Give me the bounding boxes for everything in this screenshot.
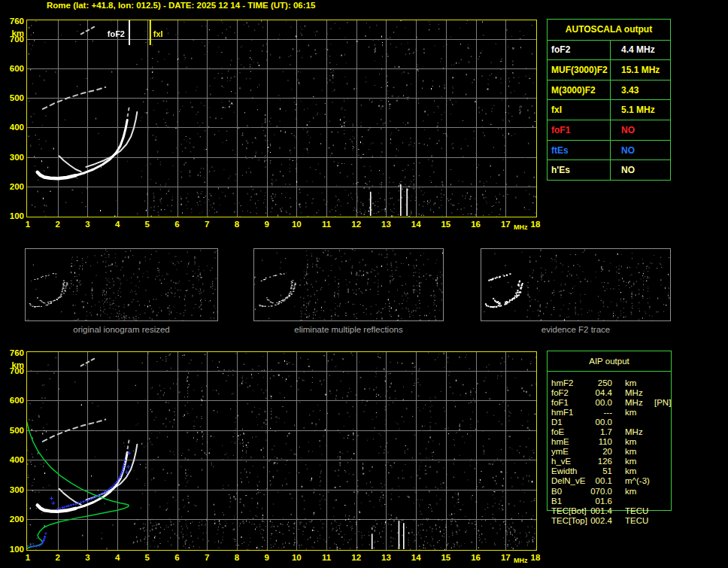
aip-value: 00.1 — [589, 476, 612, 486]
autoscala-value: 5.1 MHz — [611, 100, 670, 120]
autoscala-param: fxI — [548, 100, 611, 120]
x-axis-tick: 12 — [351, 220, 361, 229]
aip-param: hmF1 — [547, 408, 589, 418]
x-axis-tick: 11 — [322, 220, 331, 229]
x-axis-unit-label: MHz — [514, 557, 528, 564]
thumbnail-evidence-canvas — [481, 249, 670, 320]
aip-value: 00.0 — [589, 418, 612, 427]
fxi-marker-label: fxI — [153, 29, 163, 38]
aip-row: D100.0 — [547, 418, 678, 427]
aip-row: foF100.0MHz[PN] — [547, 398, 678, 408]
aip-unit: MHz — [625, 388, 653, 398]
autoscala-value: 15.1 MHz — [611, 60, 670, 80]
y-axis-tick: 200 — [1, 515, 24, 524]
x-axis-tick: 15 — [441, 553, 450, 562]
aip-row: hmF2250km — [547, 378, 678, 388]
aip-value: --- — [589, 408, 612, 418]
x-axis-tick: 8 — [235, 553, 239, 562]
aip-table-rows: hmF2250kmfoF204.4MHzfoF100.0MHz[PN]hmF1-… — [547, 378, 678, 526]
aip-row: TEC[Bot]001.4TECU — [547, 506, 678, 516]
thumbnail-eliminate-canvas — [254, 249, 443, 320]
aip-value: 110 — [589, 437, 612, 447]
y-axis-tick: 400 — [1, 455, 24, 464]
x-axis-tick: 9 — [264, 220, 268, 229]
y-axis-unit-label: km — [1, 29, 24, 38]
aip-value: 51 — [589, 466, 612, 476]
aip-row: DelN_vE00.1m^(-3) — [547, 476, 678, 486]
y-axis-tick: 600 — [1, 396, 24, 405]
x-axis-tick: 7 — [205, 220, 209, 229]
autoscala-row: foF24.4 MHz — [548, 41, 670, 61]
x-axis-tick: 14 — [411, 553, 421, 562]
x-axis-tick: 17 — [501, 553, 511, 562]
autoscala-table-title: AUTOSCALA output — [548, 20, 670, 41]
aip-param: foE — [547, 427, 589, 437]
x-axis-tick: 9 — [264, 553, 268, 562]
y-axis-tick: 100 — [1, 211, 24, 220]
x-axis-tick: 13 — [381, 553, 391, 562]
x-axis-tick: 10 — [292, 220, 302, 229]
x-axis-tick: 5 — [145, 553, 150, 562]
y-axis-tick: 760 — [1, 17, 24, 26]
x-axis-tick: 1 — [26, 220, 30, 229]
thumbnail-caption-original: original ionogram resized — [25, 325, 218, 334]
aip-row: hmE110km — [547, 437, 678, 447]
x-axis-tick: 1 — [26, 553, 30, 562]
aip-unit: km — [625, 447, 653, 457]
x-axis-tick: 7 — [205, 553, 209, 562]
thumbnail-caption-eliminate: eliminate multiple reflections — [253, 325, 444, 334]
profile-ionogram-plot — [26, 351, 537, 551]
x-axis-tick: 4 — [115, 553, 120, 562]
aip-unit: MHz — [625, 398, 653, 408]
aip-row: foF204.4MHz — [547, 388, 678, 398]
thumbnail-original-canvas — [26, 249, 217, 320]
aip-param: hmE — [547, 437, 589, 447]
aip-row: TEC[Top]002.4TECU — [547, 516, 678, 526]
autoscala-row: foF1NO — [548, 120, 670, 141]
aip-value: 20 — [589, 447, 612, 457]
x-axis-tick: 16 — [471, 553, 481, 562]
autoscala-output-table: AUTOSCALA output foF24.4 MHzMUF(3000)F21… — [547, 19, 671, 181]
x-axis-tick: 13 — [381, 220, 391, 229]
y-axis-tick: 100 — [1, 545, 24, 554]
aip-param: DelN_vE — [547, 476, 589, 486]
thumbnail-eliminate-reflections — [253, 248, 444, 321]
y-axis-tick: 760 — [1, 348, 24, 357]
x-axis-tick: 12 — [351, 553, 361, 562]
aip-param: TEC[Top] — [547, 516, 589, 526]
aip-param: B1 — [547, 497, 589, 506]
aip-param: D1 — [547, 418, 589, 427]
x-axis-tick: 5 — [145, 220, 150, 229]
autoscala-param: ftEs — [548, 141, 611, 160]
aip-value: 1.7 — [589, 427, 612, 437]
x-axis-tick: 18 — [531, 553, 541, 562]
aip-value: 126 — [589, 457, 612, 466]
x-axis-tick: 6 — [174, 220, 179, 229]
autoscala-row: ftEsNO — [548, 141, 670, 161]
aip-row: foE1.7MHz — [547, 427, 678, 437]
autoscala-value: NO — [611, 141, 670, 160]
autoscala-window: Rome (lat: +41.8, lon: 012.5) - DATE: 20… — [0, 0, 728, 568]
aip-value: 00.0 — [589, 398, 612, 408]
aip-unit: MHz — [625, 427, 653, 437]
x-axis-tick: 8 — [235, 220, 239, 229]
aip-value: 002.4 — [589, 516, 612, 526]
x-axis-tick: 11 — [322, 553, 331, 562]
aip-param: h_vE — [547, 457, 589, 466]
autoscala-param: h'Es — [548, 160, 611, 180]
aip-param: foF2 — [547, 388, 589, 398]
aip-unit: TECU — [625, 506, 653, 516]
x-axis-tick: 16 — [471, 220, 481, 229]
thumbnail-original-ionogram — [25, 248, 218, 321]
aip-param: foF1 — [547, 398, 589, 408]
autoscala-table-rows: foF24.4 MHzMUF(3000)F215.1 MHzM(3000)F23… — [548, 41, 670, 181]
aip-param: TEC[Bot] — [547, 506, 589, 516]
x-axis-tick: 6 — [174, 553, 179, 562]
aip-value: 01.6 — [589, 497, 612, 506]
x-axis-tick: 14 — [411, 220, 421, 229]
autoscala-param: MUF(3000)F2 — [548, 60, 611, 80]
main-ionogram-canvas — [27, 20, 536, 217]
y-axis-tick: 400 — [1, 123, 24, 132]
aip-row: B0070.0km — [547, 487, 678, 497]
autoscala-param: foF2 — [548, 41, 611, 60]
